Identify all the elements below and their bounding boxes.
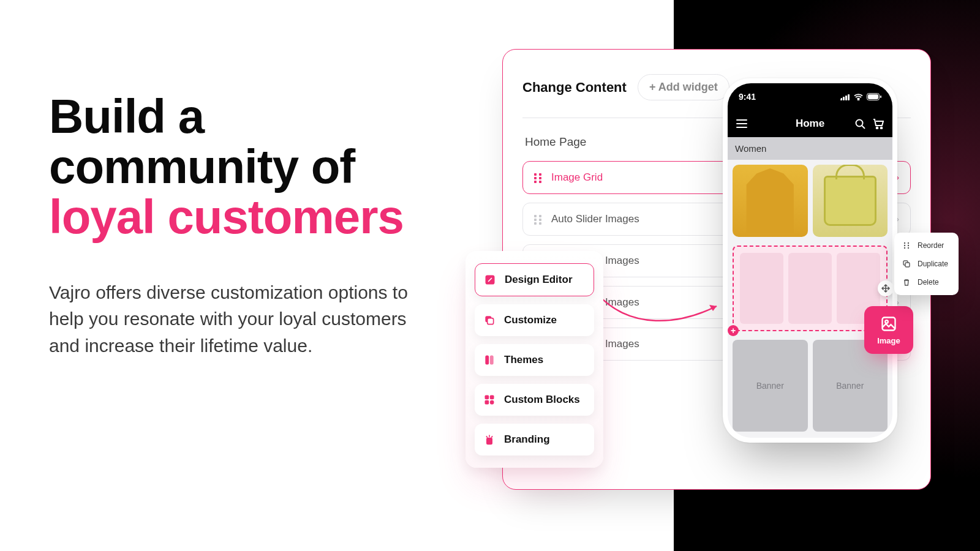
trash-icon [903, 279, 911, 286]
svg-point-23 [904, 242, 905, 244]
svg-rect-9 [487, 438, 492, 444]
context-menu: Reorder Duplicate Delete [894, 233, 959, 295]
svg-rect-10 [840, 98, 842, 100]
side-item-design-editor[interactable]: Design Editor [475, 263, 594, 296]
svg-rect-17 [880, 96, 881, 98]
image-fab-label: Image [877, 336, 900, 345]
svg-point-20 [881, 127, 883, 129]
image-icon [880, 315, 897, 332]
grid-icon [483, 394, 496, 406]
svg-rect-12 [845, 96, 847, 100]
cart-icon[interactable] [873, 119, 884, 129]
panel-title: Change Content [522, 80, 627, 96]
svg-rect-3 [485, 356, 489, 365]
svg-point-27 [904, 247, 905, 249]
product-image-shirt[interactable] [733, 165, 808, 237]
status-time: 9:41 [739, 92, 756, 102]
side-item-label: Themes [504, 354, 543, 366]
side-item-label: Custom Blocks [504, 394, 580, 406]
side-item-customize[interactable]: Customize [475, 304, 594, 336]
battery-icon [867, 93, 881, 100]
status-indicators [840, 93, 881, 100]
product-image-bag[interactable] [813, 165, 888, 237]
banner-placeholder[interactable]: Banner [733, 340, 808, 432]
wifi-icon [854, 94, 863, 100]
svg-point-26 [908, 245, 909, 246]
add-widget-button[interactable]: + Add widget [638, 74, 729, 100]
svg-point-14 [858, 99, 859, 100]
layers-icon [483, 314, 496, 326]
search-icon[interactable] [855, 119, 865, 129]
hero-title-line1: Build a [49, 89, 204, 143]
dropzone-slot [788, 253, 832, 324]
svg-point-22 [885, 320, 888, 323]
grip-icon [534, 173, 543, 182]
hero-text: Build a community of loyal customers Vaj… [49, 92, 429, 359]
phone-mockup: 9:41 Home [723, 78, 897, 443]
move-handle[interactable] [878, 280, 892, 296]
svg-rect-8 [490, 400, 494, 405]
app-title: Home [796, 118, 824, 130]
ctx-item-label: Duplicate [918, 260, 948, 268]
side-item-label: Branding [504, 433, 550, 446]
signal-icon [840, 94, 850, 100]
ctx-item-label: Delete [918, 278, 939, 287]
hero-title-line2: community of [49, 140, 355, 193]
svg-rect-30 [905, 263, 910, 267]
svg-rect-16 [868, 94, 878, 99]
ctx-item-label: Reorder [918, 241, 944, 250]
menu-icon[interactable] [736, 119, 747, 128]
svg-rect-7 [485, 400, 489, 405]
side-item-label: Design Editor [505, 274, 573, 286]
svg-rect-11 [843, 97, 845, 100]
brand-icon [483, 433, 496, 446]
svg-rect-2 [488, 318, 494, 324]
palette-icon [483, 354, 496, 366]
widget-item-label: Auto Slider Images [551, 213, 639, 225]
phone-app-bar: Home [728, 110, 892, 137]
edit-square-icon [484, 274, 496, 286]
image-widget-fab[interactable]: Image [864, 306, 913, 354]
ctx-item-delete[interactable]: Delete [894, 273, 959, 291]
side-item-custom-blocks[interactable]: Custom Blocks [475, 384, 594, 416]
svg-rect-5 [485, 395, 489, 400]
svg-rect-4 [490, 356, 494, 365]
side-item-branding[interactable]: Branding [475, 424, 594, 455]
dropzone-slot [740, 253, 783, 324]
svg-point-24 [908, 242, 909, 244]
svg-rect-6 [490, 395, 494, 400]
svg-point-28 [908, 247, 909, 249]
grip-icon [903, 242, 911, 249]
svg-point-18 [856, 119, 862, 126]
svg-rect-21 [883, 317, 895, 330]
side-item-themes[interactable]: Themes [475, 344, 594, 376]
hero-title-accent: loyal customers [49, 190, 404, 244]
phone-notch [780, 88, 841, 105]
add-slot-button[interactable]: + [728, 325, 739, 336]
hero-body: Vajro offers diverse customization optio… [49, 279, 429, 359]
svg-point-25 [904, 245, 905, 246]
side-item-label: Customize [504, 314, 557, 326]
category-tab[interactable]: Women [728, 137, 892, 160]
ctx-item-duplicate[interactable]: Duplicate [894, 255, 959, 273]
grip-icon [534, 215, 543, 223]
hero-title: Build a community of loyal customers [49, 92, 429, 242]
design-side-menu: Design Editor Customize Themes Custom Bl… [466, 251, 603, 468]
widget-item-label: Image Grid [551, 171, 603, 184]
ctx-item-reorder[interactable]: Reorder [894, 236, 959, 255]
product-row [728, 160, 892, 242]
svg-rect-13 [848, 94, 850, 100]
copy-icon [903, 260, 911, 268]
svg-point-19 [876, 127, 878, 129]
